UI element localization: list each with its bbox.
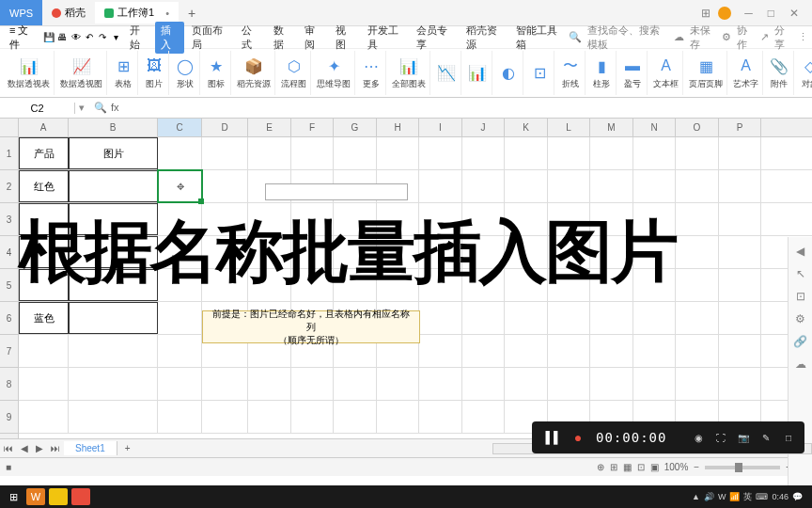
- cell-C5[interactable]: [158, 269, 202, 301]
- cell-O1[interactable]: [676, 137, 719, 169]
- unsaved-icon[interactable]: ☁: [674, 31, 684, 43]
- cell-L6[interactable]: [548, 302, 590, 334]
- row-header-4[interactable]: 4: [0, 236, 18, 269]
- cell-B9[interactable]: [69, 401, 158, 433]
- sheet-nav-first[interactable]: ⏮: [0, 443, 17, 453]
- sidebar-cloud-icon[interactable]: ☁: [795, 357, 806, 371]
- sheet-tab-1[interactable]: Sheet1: [64, 441, 117, 455]
- cell-A9[interactable]: [19, 401, 69, 433]
- cell-I4[interactable]: [419, 236, 462, 268]
- cell-L4[interactable]: [548, 236, 590, 268]
- ribbon-group-7[interactable]: ⬡流程图: [277, 51, 311, 95]
- cell-F9[interactable]: [291, 401, 334, 433]
- menu-tools[interactable]: 智能工具箱: [510, 22, 567, 54]
- cell-P6[interactable]: [719, 302, 761, 334]
- view-custom-icon[interactable]: ▣: [650, 462, 659, 472]
- view-break-icon[interactable]: ⊡: [637, 462, 645, 472]
- col-header-N[interactable]: N: [633, 119, 676, 136]
- sidebar-select-icon[interactable]: ⊡: [796, 290, 805, 303]
- cell-P8[interactable]: [719, 368, 761, 400]
- cell-C3[interactable]: [158, 203, 202, 235]
- cell-H4[interactable]: [377, 236, 419, 268]
- recorder-pause-button[interactable]: ▐▐: [539, 427, 560, 448]
- cell-E3[interactable]: [248, 203, 291, 235]
- col-header-M[interactable]: M: [590, 119, 633, 136]
- menu-data[interactable]: 数据: [268, 22, 297, 54]
- cell-E1[interactable]: [248, 137, 291, 169]
- ribbon-group-21[interactable]: 📎附件: [765, 51, 794, 95]
- ribbon-group-19[interactable]: ▦页眉页脚: [685, 51, 727, 95]
- row-header-3[interactable]: 3: [0, 203, 18, 236]
- ribbon-group-14[interactable]: ⊡: [525, 51, 554, 95]
- cell-L3[interactable]: [548, 203, 590, 235]
- user-avatar[interactable]: [718, 7, 731, 20]
- search-icon[interactable]: 🔍: [569, 31, 582, 43]
- cell-P3[interactable]: [719, 203, 761, 235]
- cell-F8[interactable]: [291, 368, 334, 400]
- cell-J2[interactable]: [462, 170, 505, 202]
- cell-E4[interactable]: [248, 236, 291, 268]
- ribbon-group-22[interactable]: ◇对象: [796, 51, 812, 95]
- col-header-L[interactable]: L: [548, 119, 590, 136]
- cell-E9[interactable]: [248, 401, 291, 433]
- cell-A1[interactable]: 产品: [19, 137, 69, 169]
- cell-C8[interactable]: [158, 368, 202, 400]
- menu-resources[interactable]: 稻壳资源: [461, 22, 508, 54]
- sidebar-expand-icon[interactable]: ◀: [796, 245, 804, 258]
- cell-F3[interactable]: [291, 203, 334, 235]
- cell-G3[interactable]: [334, 203, 377, 235]
- cell-N7[interactable]: [633, 335, 676, 367]
- taskbar-app-2[interactable]: [49, 488, 68, 505]
- close-button[interactable]: ✕: [784, 5, 804, 22]
- cell-G9[interactable]: [334, 401, 377, 433]
- cell-D9[interactable]: [202, 401, 248, 433]
- cell-H3[interactable]: [377, 203, 419, 235]
- cell-L8[interactable]: [548, 368, 590, 400]
- ribbon-group-11[interactable]: 📉: [432, 51, 461, 95]
- cell-H1[interactable]: [377, 137, 419, 169]
- tray-wifi-icon[interactable]: 📶: [729, 492, 740, 501]
- cell-I9[interactable]: [419, 401, 462, 433]
- cell-N4[interactable]: [633, 236, 676, 268]
- taskbar-app-3[interactable]: [71, 488, 90, 505]
- fx-label[interactable]: fx: [111, 102, 119, 114]
- col-header-C[interactable]: C: [158, 119, 202, 136]
- cell-B6[interactable]: [69, 302, 158, 334]
- zoom-slider[interactable]: [705, 466, 780, 469]
- maximize-button[interactable]: □: [762, 5, 780, 22]
- cell-N3[interactable]: [633, 203, 676, 235]
- recorder-expand-icon[interactable]: ⛶: [712, 429, 729, 446]
- cell-I7[interactable]: [419, 335, 462, 367]
- cell-L5[interactable]: [548, 269, 590, 301]
- sheet-nav-last[interactable]: ⏭: [47, 443, 64, 453]
- cell-O3[interactable]: [676, 203, 719, 235]
- cell-I5[interactable]: [419, 269, 462, 301]
- cell-G8[interactable]: [334, 368, 377, 400]
- col-header-I[interactable]: I: [419, 119, 462, 136]
- ribbon-group-15[interactable]: 〜折线: [556, 51, 586, 95]
- menu-review[interactable]: 审阅: [299, 22, 328, 54]
- cell-D8[interactable]: [202, 368, 248, 400]
- col-header-E[interactable]: E: [248, 119, 291, 136]
- zoom-level[interactable]: 100%: [664, 462, 689, 472]
- cell-O7[interactable]: [676, 335, 719, 367]
- cell-K8[interactable]: [505, 368, 548, 400]
- sheet-nav-next[interactable]: ▶: [32, 443, 47, 453]
- cell-D5[interactable]: [202, 269, 248, 301]
- tray-app-icon[interactable]: W: [718, 492, 726, 501]
- cell-L7[interactable]: [548, 335, 590, 367]
- cell-D3[interactable]: [202, 203, 248, 235]
- tray-ime-icon[interactable]: 英: [743, 491, 752, 503]
- tray-input-icon[interactable]: ⌨: [756, 492, 768, 501]
- cell-H9[interactable]: [377, 401, 419, 433]
- sidebar-settings-icon[interactable]: ⚙: [795, 312, 805, 325]
- cell-E8[interactable]: [248, 368, 291, 400]
- cell-K4[interactable]: [505, 236, 548, 268]
- redo-icon[interactable]: ↷: [97, 31, 108, 44]
- row-header-8[interactable]: 8: [0, 368, 18, 401]
- cell-B7[interactable]: [69, 335, 158, 367]
- cell-N8[interactable]: [633, 368, 676, 400]
- ribbon-group-2[interactable]: ⊞表格: [109, 51, 138, 95]
- col-header-J[interactable]: J: [462, 119, 505, 136]
- cell-G4[interactable]: [334, 236, 377, 268]
